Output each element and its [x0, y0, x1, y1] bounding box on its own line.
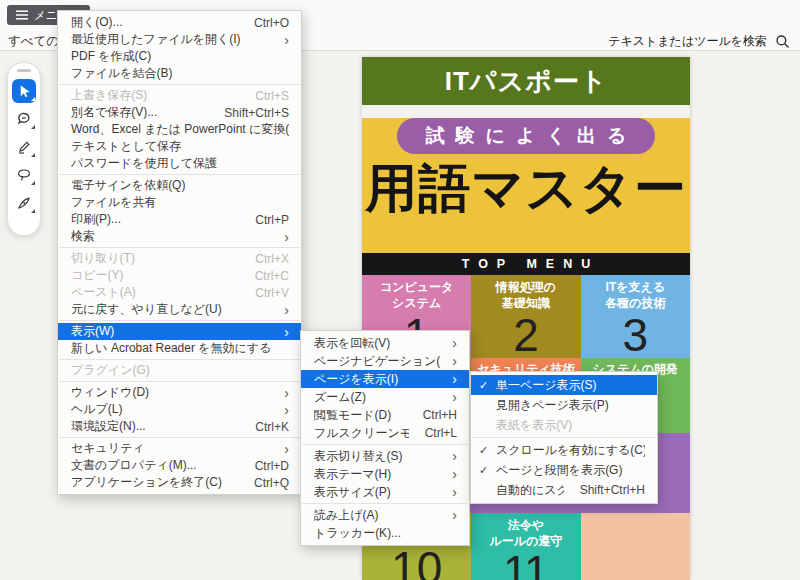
- menu-item-combine-files[interactable]: ファイルを結合(B): [58, 65, 301, 82]
- menu-item-label: ファイルを結合(B): [71, 65, 289, 82]
- select-tool-button[interactable]: [12, 79, 36, 103]
- menu-item-tracker[interactable]: トラッカー(K)...: [301, 524, 469, 542]
- menu-item-zoom[interactable]: ズーム(Z): [301, 388, 469, 406]
- menu-separator: [59, 320, 300, 321]
- menu-item-quit-application[interactable]: アプリケーションを終了(C)Ctrl+Q: [58, 474, 301, 491]
- tile-label: 情報処理の 基礎知識: [471, 275, 580, 311]
- menu-item-document-properties[interactable]: 文書のプロパティ(M)...Ctrl+D: [58, 457, 301, 474]
- main-menu: 開く(O)...Ctrl+O 最近使用したファイルを開く(I) PDF を作成(…: [57, 10, 302, 495]
- menu-item-enable-scrolling[interactable]: スクロールを有効にする(C): [471, 440, 657, 460]
- menu-separator: [302, 503, 468, 504]
- menu-item-label: 表示テーマ(H): [314, 466, 440, 483]
- menu-item-label: 表紙を表示(V): [496, 417, 645, 434]
- menu-item-rotate-view[interactable]: 表示を回転(V): [301, 334, 469, 352]
- menu-shortcut: Ctrl+O: [254, 16, 289, 30]
- doc-main-title: 用語マスター: [362, 160, 690, 217]
- menu-item-label: 最近使用したファイルを開く(I): [71, 31, 272, 48]
- view-submenu: 表示を回転(V) ページナビゲーション(N) ページを表示(I) ズーム(Z) …: [300, 330, 470, 546]
- menu-item-security[interactable]: セキュリティ: [58, 440, 301, 457]
- menu-shortcut: Ctrl+D: [255, 459, 289, 473]
- menu-item-print[interactable]: 印刷(P)...Ctrl+P: [58, 211, 301, 228]
- menu-item-page-navigation[interactable]: ページナビゲーション(N): [301, 352, 469, 370]
- menu-item-help[interactable]: ヘルプ(L): [58, 401, 301, 418]
- menu-item-label: 単一ページ表示(S): [496, 377, 645, 394]
- tile-number: 2: [471, 312, 580, 358]
- menu-item-label: 文書のプロパティ(M)...: [71, 457, 239, 474]
- search-control[interactable]: テキストまたはツールを検索: [608, 33, 790, 50]
- menu-separator: [472, 437, 656, 438]
- comment-bubble-icon: [16, 111, 32, 127]
- menu-item-save-as-text[interactable]: テキストとして保存: [58, 138, 301, 155]
- checkmark-icon: [479, 378, 496, 392]
- search-label: テキストまたはツールを検索: [608, 33, 767, 50]
- menu-item-view[interactable]: 表示(W): [58, 323, 301, 340]
- menu-item-create-pdf[interactable]: PDF を作成(C): [58, 48, 301, 65]
- doc-top-menu-band: TOP MENU: [362, 253, 690, 275]
- menu-item-two-page-view[interactable]: 見開きページ表示(P): [471, 395, 657, 415]
- menu-item-label: ウィンドウ(D): [71, 384, 272, 401]
- tile-it-tech: ITを支える 各種の技術 3: [581, 275, 690, 358]
- menu-item-search[interactable]: 検索: [58, 228, 301, 245]
- app-window: ITパスポート 試験によく出る 用語マスター TOP MENU コンピュータ シ…: [0, 0, 800, 580]
- menu-item-copy: コピー(Y)Ctrl+C: [58, 267, 301, 284]
- menu-shortcut: Ctrl+X: [255, 252, 289, 266]
- menu-item-open-recent[interactable]: 最近使用したファイルを開く(I): [58, 31, 301, 48]
- tile-label: コンピュータ システム: [362, 275, 471, 311]
- menu-item-label: プラグイン(G): [71, 362, 289, 379]
- menu-shortcut: Ctrl+Q: [254, 476, 289, 490]
- comment-tool-button[interactable]: [12, 107, 36, 131]
- draw-tool-button[interactable]: [12, 135, 36, 159]
- menu-item-label: 見開きページ表示(P): [496, 397, 645, 414]
- menu-item-label: 自動的にスクロール(A): [496, 482, 564, 499]
- page-display-submenu: 単一ページ表示(S) 見開きページ表示(P) 表紙を表示(V) スクロールを有効…: [470, 371, 658, 504]
- menu-item-label: Word、Excel または PowerPoint に変換(R): [71, 121, 289, 138]
- tile-number: 11: [471, 550, 580, 580]
- menu-item-view-switch[interactable]: 表示切り替え(S): [301, 447, 469, 465]
- menu-item-read-mode[interactable]: 閲覧モード(D)Ctrl+H: [301, 406, 469, 424]
- doc-header-band: ITパスポート: [362, 57, 690, 105]
- menu-shortcut: Shift+Ctrl+H: [580, 483, 645, 497]
- menu-item-share-file[interactable]: ファイルを共有: [58, 194, 301, 211]
- menu-item-label: コピー(Y): [71, 267, 239, 284]
- menu-item-label: ページと段間を表示(G): [496, 462, 645, 479]
- menu-item-disable-new-reader[interactable]: 新しい Acrobat Reader を無効にする: [58, 340, 301, 357]
- menu-item-label: スクロールを有効にする(C): [496, 442, 645, 459]
- menu-item-page-display[interactable]: ページを表示(I): [301, 370, 469, 388]
- menu-item-display-theme[interactable]: 表示テーマ(H): [301, 465, 469, 483]
- menu-item-save: 上書き保存(S)Ctrl+S: [58, 87, 301, 104]
- lasso-icon: [16, 167, 32, 183]
- menu-item-read-aloud[interactable]: 読み上げ(A): [301, 506, 469, 524]
- menu-item-label: 表示サイズ(P): [314, 484, 440, 501]
- menu-item-paste: ペースト(A)Ctrl+V: [58, 284, 301, 301]
- menu-item-undo-redo[interactable]: 元に戻す、やり直しなど(U): [58, 301, 301, 318]
- menu-separator: [302, 444, 468, 445]
- menu-item-label: 別名で保存(V)...: [71, 104, 208, 121]
- menu-item-protect-password[interactable]: パスワードを使用して保護: [58, 155, 301, 172]
- menu-separator: [59, 437, 300, 438]
- menu-item-open[interactable]: 開く(O)...Ctrl+O: [58, 14, 301, 31]
- menu-item-label: ページを表示(I): [314, 371, 440, 388]
- menu-item-convert-office[interactable]: Word、Excel または PowerPoint に変換(R): [58, 121, 301, 138]
- pencil-icon: [16, 139, 32, 155]
- menu-item-display-size[interactable]: 表示サイズ(P): [301, 483, 469, 501]
- menu-item-label: 閲覧モード(D): [314, 407, 407, 424]
- menu-item-window[interactable]: ウィンドウ(D): [58, 384, 301, 401]
- menu-item-label: 表示切り替え(S): [314, 448, 440, 465]
- quick-tools-toolbar: [7, 62, 41, 236]
- menu-item-single-page-view[interactable]: 単一ページ表示(S): [471, 375, 657, 395]
- menu-item-full-screen[interactable]: フルスクリーンモード(F)Ctrl+L: [301, 424, 469, 442]
- menu-item-auto-scroll[interactable]: 自動的にスクロール(A)Shift+Ctrl+H: [471, 480, 657, 500]
- menu-shortcut: Ctrl+P: [255, 213, 289, 227]
- menu-item-label: 検索: [71, 228, 272, 245]
- menu-item-show-page-gaps[interactable]: ページと段間を表示(G): [471, 460, 657, 480]
- lasso-tool-button[interactable]: [12, 163, 36, 187]
- menu-item-request-esign[interactable]: 電子サインを依頼(Q): [58, 177, 301, 194]
- menu-item-label: 読み上げ(A): [314, 507, 440, 524]
- fill-sign-tool-button[interactable]: [12, 191, 36, 215]
- menu-item-save-as[interactable]: 別名で保存(V)...Shift+Ctrl+S: [58, 104, 301, 121]
- menu-shortcut: Ctrl+H: [423, 408, 457, 422]
- menu-item-label: フルスクリーンモード(F): [314, 425, 409, 442]
- menu-item-show-cover: 表紙を表示(V): [471, 415, 657, 435]
- menu-item-preferences[interactable]: 環境設定(N)...Ctrl+K: [58, 418, 301, 435]
- toolbar-drag-handle[interactable]: [17, 69, 31, 72]
